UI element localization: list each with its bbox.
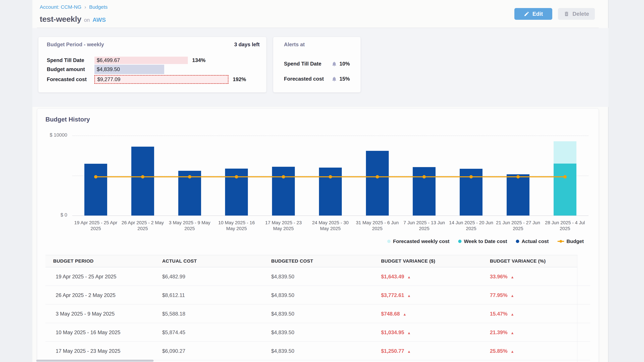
legend-item-week-to-date-cost[interactable]: Week to Date cost xyxy=(458,239,507,244)
budget-period-row-value: $4,839.50 xyxy=(94,66,120,72)
table-cell: $4,839.50 xyxy=(271,342,294,360)
table-row: 10 May 2025 - 16 May 2025$5,874.45$4,839… xyxy=(46,323,590,342)
alert-threshold-value: 15% xyxy=(340,76,350,82)
alert-row-label: Forecasted cost xyxy=(284,74,324,84)
budget-period-row: Spend Till Date$6,499.67134% xyxy=(38,57,266,64)
x-axis-label: 3 May 2025 - 9 May 2025 xyxy=(167,220,212,231)
variance-up-icon: ▲ xyxy=(510,275,514,279)
budget-period-row-label: Budget amount xyxy=(47,65,93,74)
breadcrumb-account-link[interactable]: Account: CCM-NG xyxy=(40,4,81,10)
legend-label: Actual cost xyxy=(522,239,549,244)
x-axis-label: 31 May 2025 - 6 Jun 2025 xyxy=(354,220,400,231)
chart-bar-actual-cost[interactable] xyxy=(366,151,389,216)
budget-line-marker[interactable] xyxy=(563,175,567,178)
chart-bar-forecasted-weekly-cost[interactable] xyxy=(554,141,576,163)
legend-item-forecasted-weekly-cost[interactable]: Forecasted weekly cost xyxy=(387,239,450,244)
table-row: 19 Apr 2025 - 25 Apr 2025$6,482.99$4,839… xyxy=(46,267,590,286)
table-cell-variance: 33.96%▲ xyxy=(490,267,514,286)
legend-label: Forecasted weekly cost xyxy=(393,239,450,244)
breadcrumb-budgets-link[interactable]: Budgets xyxy=(89,4,108,10)
chart-bar-week-to-date-cost[interactable] xyxy=(554,164,576,216)
y-axis-tick-label: $ 0 xyxy=(37,212,67,218)
table-cell: $4,839.50 xyxy=(271,267,294,286)
chart-legend: Forecasted weekly costWeek to Date costA… xyxy=(387,239,584,244)
budget-period-card-title: Budget Period - weekly xyxy=(47,41,104,48)
bell-icon xyxy=(332,76,337,82)
x-axis-label: 17 May 2025 - 23 May 2025 xyxy=(260,220,306,231)
table-cell: $8,612.11 xyxy=(162,286,185,305)
horizontal-scrollbar-thumb[interactable] xyxy=(36,360,154,362)
budget-period-row: Budget amount$4,839.50 xyxy=(38,65,266,74)
summary-band: Budget Period - weekly 3 days left Spend… xyxy=(32,28,608,107)
edit-button[interactable]: Edit xyxy=(514,8,552,20)
page-title-row: test-weekly on AWS xyxy=(40,14,106,24)
variance-up-icon: ▲ xyxy=(407,294,411,298)
budget-period-card: Budget Period - weekly 3 days left Spend… xyxy=(38,37,266,92)
chart-bar-actual-cost[interactable] xyxy=(131,147,154,216)
table-header-4: BUDGET VARIANCE (%) xyxy=(490,255,546,267)
budget-line-marker[interactable] xyxy=(188,175,191,178)
y-axis-tick-label: $ 10000 xyxy=(37,132,67,138)
table-header-1: ACTUAL COST xyxy=(162,255,197,267)
legend-swatch-icon xyxy=(516,240,519,243)
budget-line-marker[interactable] xyxy=(376,175,379,178)
x-axis-label: 26 Apr 2025 - 2 May 2025 xyxy=(120,220,166,231)
variance-up-icon: ▲ xyxy=(510,294,514,298)
platform-label: AWS xyxy=(92,16,106,23)
legend-item-actual-cost[interactable]: Actual cost xyxy=(516,239,549,244)
x-axis-label: 14 Jun 2025 - 20 Jun 2025 xyxy=(448,220,494,231)
budget-line-marker[interactable] xyxy=(516,175,520,178)
legend-label: Week to Date cost xyxy=(464,239,507,244)
table-row: 26 Apr 2025 - 2 May 2025$8,612.11$4,839.… xyxy=(46,286,590,305)
budget-period-row-bar: $4,839.50 xyxy=(94,65,164,74)
x-axis-label: 19 Apr 2025 - 25 Apr 2025 xyxy=(73,220,118,231)
table-cell: 10 May 2025 - 16 May 2025 xyxy=(56,323,120,342)
budget-history-title: Budget History xyxy=(46,116,90,123)
table-cell: $4,839.50 xyxy=(271,305,294,323)
bell-icon xyxy=(332,61,337,67)
table-cell: 26 Apr 2025 - 2 May 2025 xyxy=(56,286,116,305)
budget-period-row-bar: $6,499.67 xyxy=(94,57,188,64)
budget-line-marker[interactable] xyxy=(329,175,332,178)
budget-period-row-label: Spend Till Date xyxy=(47,57,93,64)
edit-button-label: Edit xyxy=(532,11,543,17)
table-row: 17 May 2025 - 23 May 2025$6,090.27$4,839… xyxy=(46,342,590,360)
table-cell: $5,588.18 xyxy=(162,305,185,323)
table-header-2: BUDGETED COST xyxy=(271,255,313,267)
alert-row: Spend Till Date10% xyxy=(273,59,360,68)
delete-button-label: Delete xyxy=(572,11,589,17)
x-axis-label: 28 Jun 2025 - 4 Jul 2025 xyxy=(542,220,588,231)
chart-bar-actual-cost[interactable] xyxy=(413,167,436,216)
legend-swatch-icon xyxy=(458,240,462,243)
table-cell: $6,090.27 xyxy=(162,342,185,360)
pencil-icon xyxy=(524,11,530,17)
trash-icon xyxy=(564,11,569,17)
breadcrumb-separator-icon: › xyxy=(84,4,86,10)
alerts-card-title: Alerts at xyxy=(284,41,305,48)
budget-line-marker[interactable] xyxy=(141,175,144,178)
legend-label: Budget xyxy=(566,239,584,244)
breadcrumb: Account: CCM-NG › Budgets xyxy=(40,4,108,10)
chart-bar-actual-cost[interactable] xyxy=(507,174,530,216)
chart-bar-actual-cost[interactable] xyxy=(84,164,107,216)
table-cell: $6,482.99 xyxy=(162,267,185,286)
page-title: test-weekly xyxy=(40,14,81,24)
chart-bar-actual-cost[interactable] xyxy=(319,168,342,216)
chart-gridline xyxy=(72,216,588,216)
days-left-label: 3 days left xyxy=(234,41,260,48)
x-axis-label: 21 Jun 2025 - 27 Jun 2025 xyxy=(495,220,541,231)
alert-row-threshold-group: 10% xyxy=(332,59,350,68)
table-cell: 19 Apr 2025 - 25 Apr 2025 xyxy=(56,267,116,286)
budget-line-marker[interactable] xyxy=(94,175,98,178)
legend-item-budget[interactable]: Budget xyxy=(558,239,584,244)
table-cell-variance: $748.68▲ xyxy=(381,305,406,323)
variance-up-icon: ▲ xyxy=(510,350,514,354)
chart-bar-actual-cost[interactable] xyxy=(272,167,295,216)
delete-button[interactable]: Delete xyxy=(558,8,595,20)
budget-period-row-value: $6,499.67 xyxy=(94,57,120,63)
table-cell-variance: $1,034.95▲ xyxy=(381,323,411,342)
table-cell: $5,874.45 xyxy=(162,323,185,342)
chart-gridline xyxy=(72,136,588,136)
variance-up-icon: ▲ xyxy=(407,275,411,279)
table-cell-variance: 15.47%▲ xyxy=(490,305,514,323)
